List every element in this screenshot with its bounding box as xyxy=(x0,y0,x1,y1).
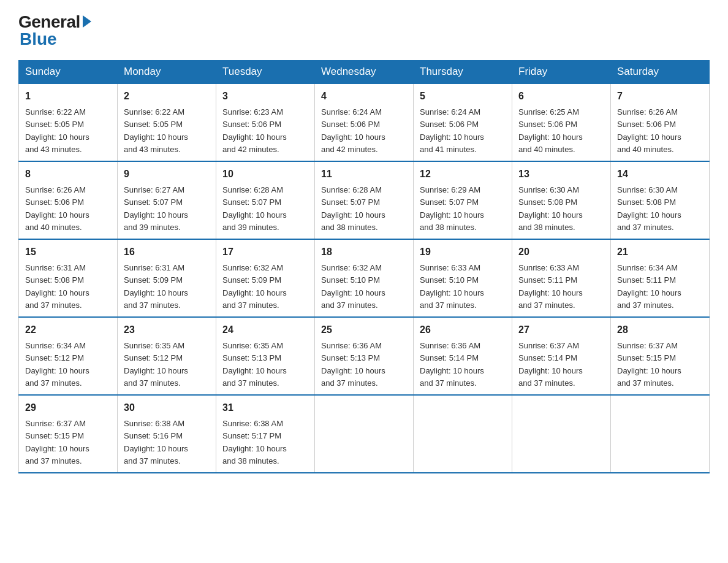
calendar-cell: 9 Sunrise: 6:27 AMSunset: 5:07 PMDayligh… xyxy=(118,161,216,239)
day-number: 29 xyxy=(25,400,111,415)
day-number: 20 xyxy=(518,245,604,259)
logo: General Blue xyxy=(18,12,91,49)
calendar-cell: 20 Sunrise: 6:33 AMSunset: 5:11 PMDaylig… xyxy=(512,239,611,317)
day-info: Sunrise: 6:30 AMSunset: 5:08 PMDaylight:… xyxy=(617,185,681,232)
day-number: 3 xyxy=(222,89,308,104)
day-info: Sunrise: 6:24 AMSunset: 5:06 PMDaylight:… xyxy=(420,107,484,154)
day-number: 30 xyxy=(124,400,210,415)
calendar-cell: 10 Sunrise: 6:28 AMSunset: 5:07 PMDaylig… xyxy=(216,161,315,239)
calendar-cell: 17 Sunrise: 6:32 AMSunset: 5:09 PMDaylig… xyxy=(216,239,315,317)
calendar-cell: 1 Sunrise: 6:22 AMSunset: 5:05 PMDayligh… xyxy=(19,83,118,161)
calendar-cell: 12 Sunrise: 6:29 AMSunset: 5:07 PMDaylig… xyxy=(414,161,512,239)
calendar-cell: 29 Sunrise: 6:37 AMSunset: 5:15 PMDaylig… xyxy=(19,395,118,473)
day-number: 24 xyxy=(222,323,308,337)
day-number: 4 xyxy=(321,89,407,104)
day-number: 2 xyxy=(124,89,210,104)
day-info: Sunrise: 6:27 AMSunset: 5:07 PMDaylight:… xyxy=(124,185,188,232)
calendar-cell: 14 Sunrise: 6:30 AMSunset: 5:08 PMDaylig… xyxy=(611,161,710,239)
day-info: Sunrise: 6:33 AMSunset: 5:10 PMDaylight:… xyxy=(420,263,484,310)
day-number: 25 xyxy=(321,323,407,337)
calendar-cell: 16 Sunrise: 6:31 AMSunset: 5:09 PMDaylig… xyxy=(118,239,216,317)
day-number: 14 xyxy=(617,167,703,182)
day-info: Sunrise: 6:28 AMSunset: 5:07 PMDaylight:… xyxy=(321,185,385,232)
calendar-cell: 22 Sunrise: 6:34 AMSunset: 5:12 PMDaylig… xyxy=(19,317,118,395)
day-info: Sunrise: 6:34 AMSunset: 5:11 PMDaylight:… xyxy=(617,263,681,310)
day-number: 27 xyxy=(518,323,604,337)
calendar-cell: 8 Sunrise: 6:26 AMSunset: 5:06 PMDayligh… xyxy=(19,161,118,239)
day-info: Sunrise: 6:29 AMSunset: 5:07 PMDaylight:… xyxy=(420,185,484,232)
day-info: Sunrise: 6:26 AMSunset: 5:06 PMDaylight:… xyxy=(617,107,681,154)
calendar-cell: 7 Sunrise: 6:26 AMSunset: 5:06 PMDayligh… xyxy=(611,83,710,161)
calendar-cell: 11 Sunrise: 6:28 AMSunset: 5:07 PMDaylig… xyxy=(315,161,414,239)
day-info: Sunrise: 6:30 AMSunset: 5:08 PMDaylight:… xyxy=(518,185,583,232)
week-row-4: 22 Sunrise: 6:34 AMSunset: 5:12 PMDaylig… xyxy=(19,317,710,395)
day-info: Sunrise: 6:22 AMSunset: 5:05 PMDaylight:… xyxy=(124,107,188,154)
day-number: 21 xyxy=(617,245,703,259)
day-info: Sunrise: 6:34 AMSunset: 5:12 PMDaylight:… xyxy=(25,341,89,388)
day-number: 19 xyxy=(420,245,506,259)
page-header: General Blue xyxy=(18,12,710,49)
day-info: Sunrise: 6:35 AMSunset: 5:12 PMDaylight:… xyxy=(124,341,188,388)
day-info: Sunrise: 6:37 AMSunset: 5:15 PMDaylight:… xyxy=(617,341,681,388)
day-number: 7 xyxy=(617,89,703,104)
day-number: 23 xyxy=(124,323,210,337)
day-number: 28 xyxy=(617,323,703,337)
day-number: 17 xyxy=(222,245,308,259)
weekday-header-tuesday: Tuesday xyxy=(216,61,315,84)
day-info: Sunrise: 6:37 AMSunset: 5:14 PMDaylight:… xyxy=(518,341,583,388)
day-number: 5 xyxy=(420,89,506,104)
week-row-5: 29 Sunrise: 6:37 AMSunset: 5:15 PMDaylig… xyxy=(19,395,710,473)
day-info: Sunrise: 6:22 AMSunset: 5:05 PMDaylight:… xyxy=(25,107,89,154)
day-info: Sunrise: 6:36 AMSunset: 5:13 PMDaylight:… xyxy=(321,341,385,388)
weekday-header-saturday: Saturday xyxy=(611,61,710,84)
day-number: 11 xyxy=(321,167,407,182)
calendar-cell xyxy=(512,395,611,473)
day-number: 31 xyxy=(222,400,308,415)
calendar-cell: 5 Sunrise: 6:24 AMSunset: 5:06 PMDayligh… xyxy=(414,83,512,161)
week-row-1: 1 Sunrise: 6:22 AMSunset: 5:05 PMDayligh… xyxy=(19,83,710,161)
day-number: 26 xyxy=(420,323,506,337)
calendar-cell: 18 Sunrise: 6:32 AMSunset: 5:10 PMDaylig… xyxy=(315,239,414,317)
week-row-2: 8 Sunrise: 6:26 AMSunset: 5:06 PMDayligh… xyxy=(19,161,710,239)
day-number: 6 xyxy=(518,89,604,104)
day-info: Sunrise: 6:36 AMSunset: 5:14 PMDaylight:… xyxy=(420,341,484,388)
calendar-cell: 13 Sunrise: 6:30 AMSunset: 5:08 PMDaylig… xyxy=(512,161,611,239)
day-info: Sunrise: 6:31 AMSunset: 5:08 PMDaylight:… xyxy=(25,263,89,310)
day-info: Sunrise: 6:24 AMSunset: 5:06 PMDaylight:… xyxy=(321,107,385,154)
weekday-header-row: SundayMondayTuesdayWednesdayThursdayFrid… xyxy=(19,61,710,84)
day-number: 8 xyxy=(25,167,111,182)
calendar-cell: 30 Sunrise: 6:38 AMSunset: 5:16 PMDaylig… xyxy=(118,395,216,473)
day-number: 22 xyxy=(25,323,111,337)
calendar-cell: 2 Sunrise: 6:22 AMSunset: 5:05 PMDayligh… xyxy=(118,83,216,161)
weekday-header-wednesday: Wednesday xyxy=(315,61,414,84)
day-info: Sunrise: 6:37 AMSunset: 5:15 PMDaylight:… xyxy=(25,419,89,465)
weekday-header-thursday: Thursday xyxy=(414,61,512,84)
day-number: 18 xyxy=(321,245,407,259)
logo-arrow-icon xyxy=(83,15,91,28)
day-info: Sunrise: 6:31 AMSunset: 5:09 PMDaylight:… xyxy=(124,263,188,310)
day-number: 9 xyxy=(124,167,210,182)
logo-text-blue: Blue xyxy=(20,29,57,49)
calendar-table: SundayMondayTuesdayWednesdayThursdayFrid… xyxy=(18,60,710,473)
day-info: Sunrise: 6:35 AMSunset: 5:13 PMDaylight:… xyxy=(222,341,287,388)
day-info: Sunrise: 6:33 AMSunset: 5:11 PMDaylight:… xyxy=(518,263,583,310)
calendar-cell: 24 Sunrise: 6:35 AMSunset: 5:13 PMDaylig… xyxy=(216,317,315,395)
day-number: 15 xyxy=(25,245,111,259)
week-row-3: 15 Sunrise: 6:31 AMSunset: 5:08 PMDaylig… xyxy=(19,239,710,317)
day-number: 16 xyxy=(124,245,210,259)
calendar-cell xyxy=(611,395,710,473)
calendar-cell: 26 Sunrise: 6:36 AMSunset: 5:14 PMDaylig… xyxy=(414,317,512,395)
day-info: Sunrise: 6:38 AMSunset: 5:16 PMDaylight:… xyxy=(124,419,188,465)
day-info: Sunrise: 6:38 AMSunset: 5:17 PMDaylight:… xyxy=(222,419,287,465)
calendar-cell: 25 Sunrise: 6:36 AMSunset: 5:13 PMDaylig… xyxy=(315,317,414,395)
calendar-cell: 19 Sunrise: 6:33 AMSunset: 5:10 PMDaylig… xyxy=(414,239,512,317)
day-info: Sunrise: 6:32 AMSunset: 5:10 PMDaylight:… xyxy=(321,263,385,310)
calendar-cell xyxy=(414,395,512,473)
day-info: Sunrise: 6:32 AMSunset: 5:09 PMDaylight:… xyxy=(222,263,287,310)
day-number: 12 xyxy=(420,167,506,182)
day-info: Sunrise: 6:26 AMSunset: 5:06 PMDaylight:… xyxy=(25,185,89,232)
day-info: Sunrise: 6:23 AMSunset: 5:06 PMDaylight:… xyxy=(222,107,287,154)
calendar-cell: 3 Sunrise: 6:23 AMSunset: 5:06 PMDayligh… xyxy=(216,83,315,161)
calendar-cell xyxy=(315,395,414,473)
calendar-cell: 31 Sunrise: 6:38 AMSunset: 5:17 PMDaylig… xyxy=(216,395,315,473)
